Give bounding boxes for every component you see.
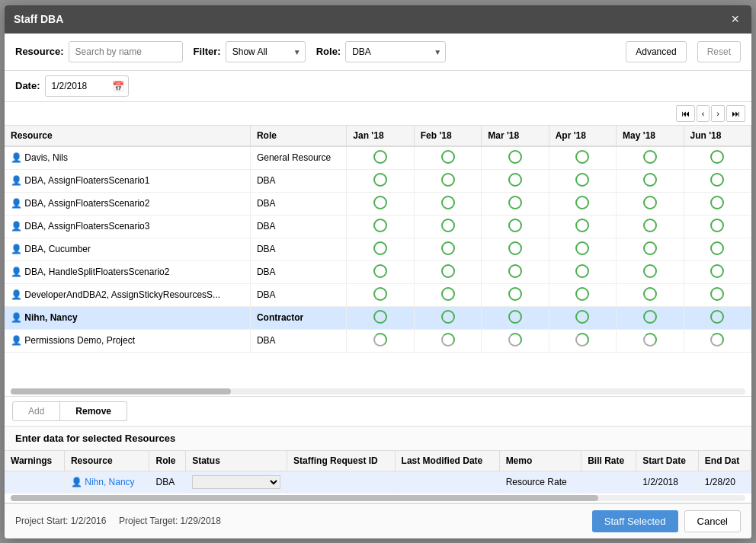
availability-cell: [684, 306, 751, 329]
toolbar: Resource: Filter: Show All Available Not…: [5, 34, 751, 71]
resource-label: Resource:: [15, 46, 64, 57]
col-header-resource: Resource: [5, 126, 250, 146]
resource-name-cell: 👤 Davis, Nils: [5, 146, 250, 170]
nav-first-button[interactable]: ⏮: [676, 105, 695, 122]
availability-circle: [373, 287, 387, 301]
availability-circle: [643, 150, 657, 164]
resource-name-cell: 👤 DBA, AssignFloatersScenario3: [5, 215, 250, 238]
table-row[interactable]: 👤 Nihn, NancyContractor: [5, 306, 751, 329]
bottom-actions: Staff Selected Cancel: [592, 510, 741, 532]
availability-circle: [373, 196, 387, 209]
availability-circle: [373, 310, 387, 324]
availability-cell: [347, 306, 414, 329]
date-input-wrapper: 📅: [45, 75, 129, 97]
cancel-button[interactable]: Cancel: [684, 510, 741, 532]
bottom-scrollbar-thumb[interactable]: [11, 495, 598, 501]
col-header-jun: Jun '18: [684, 126, 751, 146]
resource-role-cell: DBA: [250, 169, 346, 192]
availability-circle: [508, 219, 522, 232]
availability-cell: [347, 260, 414, 283]
availability-circle: [373, 219, 387, 232]
availability-cell: [482, 192, 549, 215]
table-row[interactable]: 👤 DBA, CucumberDBA: [5, 238, 751, 260]
resource-table-wrapper[interactable]: Resource Role Jan '18 Feb '18 Mar '18 Ap…: [5, 126, 751, 387]
availability-circle: [373, 173, 387, 187]
table-row[interactable]: 👤 DBA, HandleSplitFloatersScenario2DBA: [5, 260, 751, 283]
availability-cell: [684, 238, 751, 260]
data-col-memo: Memo: [499, 451, 581, 471]
availability-circle: [575, 310, 589, 324]
lower-section: Enter data for selected Resources Warnin…: [5, 426, 751, 493]
memo-cell: Resource Rate: [499, 471, 581, 493]
role-select[interactable]: DBA General Resource Contractor: [345, 41, 446, 62]
data-col-warnings: Warnings: [5, 451, 64, 471]
availability-cell: [617, 306, 684, 329]
data-col-resource: Resource: [64, 451, 149, 471]
end-date-cell: 1/28/20: [698, 471, 751, 493]
advanced-button[interactable]: Advanced: [626, 41, 686, 62]
col-header-role: Role: [250, 126, 346, 146]
availability-circle: [508, 241, 522, 255]
remove-button[interactable]: Remove: [60, 401, 127, 421]
resource-role-cell: DBA: [250, 329, 346, 352]
availability-cell: [482, 146, 549, 170]
availability-half-circle: [508, 333, 522, 347]
table-row[interactable]: 👤 DBA, AssignFloatersScenario3DBA: [5, 215, 751, 238]
table-row[interactable]: 👤 DeveloperAndDBA2, AssignStickyResource…: [5, 283, 751, 306]
person-icon: 👤: [11, 221, 22, 232]
staff-selected-button[interactable]: Staff Selected: [592, 510, 678, 532]
availability-cell: [549, 306, 616, 329]
availability-circle: [643, 219, 657, 232]
resource-role-cell: DBA: [250, 283, 346, 306]
data-col-status: Status: [186, 451, 287, 471]
data-table-wrapper[interactable]: Warnings Resource Role Status Staffing R…: [5, 451, 751, 493]
role-select-wrapper: DBA General Resource Contractor ▼: [345, 41, 446, 62]
table-row[interactable]: 👤 DBA, AssignFloatersScenario2DBA: [5, 192, 751, 215]
filter-select[interactable]: Show All Available Not Available: [226, 41, 306, 62]
availability-cell: [549, 329, 616, 352]
availability-circle: [710, 310, 724, 324]
add-button[interactable]: Add: [12, 401, 60, 421]
resource-name-cell: 👤 Nihn, Nancy: [5, 306, 250, 329]
availability-circle: [575, 264, 589, 278]
data-table-row[interactable]: 👤 Nihn, Nancy DBA Resource Rate 1/2/2018…: [5, 471, 751, 493]
availability-circle: [575, 287, 589, 301]
scrollbar-thumb[interactable]: [11, 388, 231, 394]
resource-search-input[interactable]: [69, 41, 183, 62]
availability-cell: [617, 169, 684, 192]
horizontal-scrollbar[interactable]: [5, 387, 751, 397]
col-header-may: May '18: [617, 126, 684, 146]
date-input[interactable]: [45, 75, 129, 97]
person-icon: 👤: [11, 198, 22, 209]
bottom-scrollbar[interactable]: [5, 493, 751, 503]
availability-circle: [710, 219, 724, 232]
nav-prev-button[interactable]: ‹: [697, 105, 710, 122]
reset-button[interactable]: Reset: [697, 41, 741, 62]
availability-cell: [549, 238, 616, 260]
table-row[interactable]: 👤 Permissions Demo, ProjectDBA: [5, 329, 751, 352]
status-select[interactable]: [192, 475, 280, 489]
table-row[interactable]: 👤 Davis, NilsGeneral Resource: [5, 146, 751, 170]
resource-name-cell: 👤 DBA, AssignFloatersScenario2: [5, 192, 250, 215]
availability-cell: [414, 146, 481, 170]
availability-half-circle: [710, 333, 724, 347]
person-icon: 👤: [11, 244, 22, 254]
resource-name-cell: 👤 DeveloperAndDBA2, AssignStickyResource…: [5, 283, 250, 306]
availability-cell: [414, 306, 481, 329]
availability-cell: [684, 260, 751, 283]
resource-link[interactable]: Nihn, Nancy: [85, 477, 134, 487]
availability-circle: [575, 150, 589, 164]
staffing-id-cell: [287, 471, 395, 493]
table-row[interactable]: 👤 DBA, AssignFloatersScenario1DBA: [5, 169, 751, 192]
availability-cell: [414, 215, 481, 238]
availability-circle: [508, 310, 522, 324]
status-cell[interactable]: [186, 471, 287, 493]
availability-cell: [549, 283, 616, 306]
person-icon: 👤: [11, 289, 22, 300]
resource-table: Resource Role Jan '18 Feb '18 Mar '18 Ap…: [5, 126, 751, 353]
nav-last-button[interactable]: ⏭: [726, 105, 745, 122]
modal-body: Resource: Filter: Show All Available Not…: [5, 34, 751, 538]
nav-next-button[interactable]: ›: [711, 105, 725, 122]
action-buttons: Add Remove: [5, 397, 751, 426]
close-button[interactable]: ×: [728, 11, 742, 27]
